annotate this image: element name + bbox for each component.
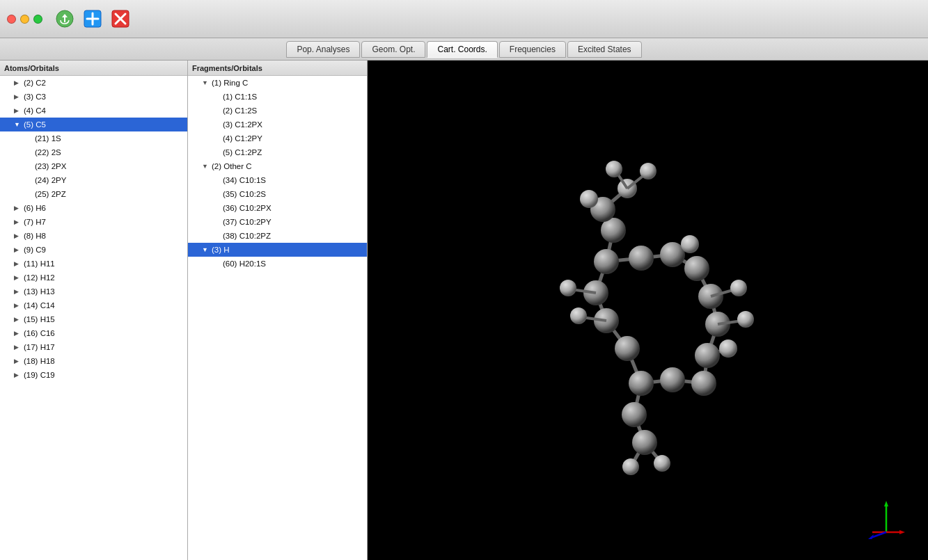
fragments-item-c1-2pz[interactable]: ▶(5) C1:2PZ	[188, 145, 367, 159]
svg-point-54	[730, 280, 747, 296]
atoms-item-1s[interactable]: ▶(21) 1S	[0, 131, 187, 145]
atoms-item-c2[interactable]: ▶(2) C2	[0, 76, 187, 90]
atoms-item-c4[interactable]: ▶(4) C4	[0, 104, 187, 118]
arrow-h11: ▶	[14, 257, 21, 270]
tab-cart-coords[interactable]: Cart. Coords.	[427, 41, 497, 58]
atoms-item-c3[interactable]: ▶(3) C3	[0, 90, 187, 104]
atoms-item-c16[interactable]: ▶(16) C16	[0, 326, 187, 340]
svg-point-52	[654, 455, 670, 472]
arrow-other-c: ▼	[202, 160, 209, 173]
atoms-item-c5[interactable]: ▼(5) C5	[0, 118, 187, 131]
fragments-panel: Fragments/Orbitals ▼(1) Ring C ▶(1) C1:1…	[188, 61, 368, 560]
fragments-panel-body[interactable]: ▼(1) Ring C ▶(1) C1:1S ▶(2) C1:2S ▶(3) C…	[188, 76, 367, 560]
atoms-panel-header: Atoms/Orbitals	[0, 61, 187, 76]
arrow-h17: ▶	[14, 341, 21, 353]
atoms-item-h15[interactable]: ▶(15) H15	[0, 312, 187, 326]
svg-marker-68	[899, 530, 905, 534]
tab-excited-states[interactable]: Excited States	[567, 41, 642, 58]
fragments-item-c1-1s[interactable]: ▶(1) C1:1S	[188, 90, 367, 104]
svg-point-56	[737, 311, 754, 328]
fragments-item-ring-c[interactable]: ▼(1) Ring C	[188, 76, 367, 90]
arrow-h15: ▶	[14, 313, 21, 326]
arrow-h8: ▶	[14, 230, 21, 242]
svg-point-45	[660, 367, 685, 392]
svg-point-38	[629, 246, 654, 271]
svg-point-49	[681, 235, 699, 253]
maximize-button[interactable]	[33, 15, 42, 24]
svg-point-36	[622, 402, 647, 427]
titlebar	[0, 0, 928, 38]
atoms-item-h11[interactable]: ▶(11) H11	[0, 257, 187, 271]
atoms-item-2s[interactable]: ▶(22) 2S	[0, 145, 187, 159]
fragments-item-c1-2s[interactable]: ▶(2) C1:2S	[188, 104, 367, 118]
atoms-panel: Atoms/Orbitals ▶(2) C2 ▶(3) C3 ▶(4) C4 ▼…	[0, 61, 188, 560]
arrow-ring-c: ▼	[202, 77, 209, 89]
arrow-h-frag: ▼	[202, 243, 209, 256]
refresh-icon[interactable]	[54, 8, 76, 30]
arrow-h6: ▶	[14, 202, 21, 214]
fragments-item-c10-2px[interactable]: ▶(36) C10:2PX	[188, 201, 367, 215]
atoms-item-2pz[interactable]: ▶(25) 2PZ	[0, 187, 187, 201]
molecule-svg	[467, 109, 829, 512]
fragments-item-other-c[interactable]: ▼(2) Other C	[188, 159, 367, 173]
atoms-item-c19[interactable]: ▶(19) C19	[0, 368, 187, 382]
svg-point-62	[640, 163, 656, 179]
svg-point-37	[632, 430, 657, 455]
atoms-item-h13[interactable]: ▶(13) H13	[0, 285, 187, 298]
arrow-c9: ▶	[14, 243, 21, 256]
atoms-item-c14[interactable]: ▶(14) C14	[0, 298, 187, 312]
arrow-c14: ▶	[14, 299, 21, 312]
svg-point-40	[684, 256, 709, 281]
atoms-item-h12[interactable]: ▶(12) H12	[0, 271, 187, 285]
svg-point-64	[606, 161, 622, 177]
arrow-c19: ▶	[14, 369, 21, 381]
minimize-button[interactable]	[20, 15, 29, 24]
fragments-item-c1-2px[interactable]: ▶(3) C1:2PX	[188, 118, 367, 131]
svg-point-44	[691, 371, 716, 396]
arrow-c5: ▼	[14, 118, 21, 131]
tab-geom-opt[interactable]: Geom. Opt.	[361, 41, 425, 58]
atoms-item-h8[interactable]: ▶(8) H8	[0, 229, 187, 243]
svg-point-58	[560, 280, 576, 296]
atoms-item-h7[interactable]: ▶(7) H7	[0, 215, 187, 229]
atoms-item-h18[interactable]: ▶(18) H18	[0, 354, 187, 368]
fragments-item-c10-2pz[interactable]: ▶(38) C10:2PZ	[188, 229, 367, 243]
tabbar: Pop. Analyses Geom. Opt. Cart. Coords. F…	[0, 38, 928, 61]
molecule-container	[368, 61, 928, 560]
fragments-item-h-frag[interactable]: ▼(3) H	[188, 243, 367, 257]
svg-point-60	[570, 307, 587, 324]
tab-frequencies[interactable]: Frequencies	[499, 41, 566, 58]
add-icon[interactable]	[81, 8, 104, 30]
atoms-item-2py[interactable]: ▶(24) 2PY	[0, 173, 187, 187]
fragments-item-c10-1s[interactable]: ▶(34) C10:1S	[188, 173, 367, 187]
svg-marker-66	[884, 501, 888, 506]
fragments-item-c10-2py[interactable]: ▶(37) C10:2PY	[188, 215, 367, 229]
arrow-c2: ▶	[14, 77, 21, 89]
fragments-item-c10-2s[interactable]: ▶(35) C10:2S	[188, 187, 367, 201]
arrow-c4: ▶	[14, 104, 21, 117]
atoms-item-h17[interactable]: ▶(17) H17	[0, 340, 187, 354]
tab-pop-analyses[interactable]: Pop. Analyses	[286, 41, 360, 58]
close-button[interactable]	[7, 15, 16, 24]
window-controls	[7, 15, 42, 24]
arrow-c3: ▶	[14, 90, 21, 103]
axis-indicator	[865, 497, 907, 539]
arrow-h12: ▶	[14, 271, 21, 284]
svg-point-34	[615, 336, 640, 361]
fragments-item-c1-2py[interactable]: ▶(4) C1:2PY	[188, 131, 367, 145]
svg-point-50	[719, 339, 737, 358]
atoms-panel-body[interactable]: ▶(2) C2 ▶(3) C3 ▶(4) C4 ▼(5) C5 ▶(21) 1S…	[0, 76, 187, 560]
atoms-item-c9[interactable]: ▶(9) C9	[0, 243, 187, 257]
svg-point-43	[695, 343, 720, 368]
molecule-viewer[interactable]	[368, 61, 928, 560]
remove-icon[interactable]	[109, 8, 132, 30]
svg-point-51	[622, 458, 639, 475]
svg-point-48	[580, 190, 598, 208]
atoms-item-h6[interactable]: ▶(6) H6	[0, 201, 187, 215]
main-content: Atoms/Orbitals ▶(2) C2 ▶(3) C3 ▶(4) C4 ▼…	[0, 61, 928, 560]
arrow-c16: ▶	[14, 327, 21, 339]
arrow-h18: ▶	[14, 355, 21, 367]
atoms-item-2px[interactable]: ▶(23) 2PX	[0, 159, 187, 173]
fragments-item-h20-1s[interactable]: ▶(60) H20:1S	[188, 257, 367, 271]
arrow-h13: ▶	[14, 285, 21, 298]
